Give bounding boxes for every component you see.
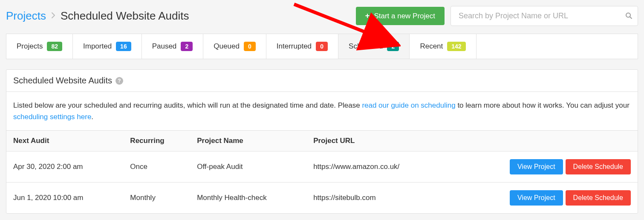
col-project-name: Project Name — [190, 131, 306, 151]
table-row: Apr 30, 2020 2:00 amOnceOff-peak Auditht… — [6, 151, 638, 183]
col-actions — [446, 131, 638, 151]
search-input[interactable] — [451, 6, 638, 26]
cell-project-name: Off-peak Audit — [190, 151, 306, 183]
tab-count-badge: 0 — [316, 42, 328, 51]
tab-count-badge: 142 — [447, 42, 465, 51]
scheduled-audits-panel: Scheduled Website Audits ? Listed below … — [6, 69, 638, 214]
desc-text: . — [91, 113, 93, 121]
tab-queued[interactable]: Queued0 — [203, 34, 266, 59]
desc-text: Listed below are your scheduled and recu… — [13, 101, 362, 109]
plus-icon: + — [365, 11, 370, 20]
cell-recurring: Once — [123, 151, 190, 183]
cell-actions: View ProjectDelete Schedule — [446, 183, 638, 214]
tab-count-badge: 2 — [387, 42, 399, 51]
tab-filler — [477, 34, 638, 59]
tab-label: Interrupted — [277, 42, 312, 51]
guide-link[interactable]: read our guide on scheduling — [362, 101, 455, 109]
tab-count-badge: 82 — [47, 42, 62, 51]
tab-label: Imported — [83, 42, 112, 51]
tab-count-badge: 2 — [181, 42, 193, 51]
delete-schedule-button[interactable]: Delete Schedule — [566, 190, 631, 206]
chevron-right-icon — [51, 12, 55, 20]
tab-scheduled[interactable]: Scheduled2 — [338, 34, 410, 59]
table-row: Jun 1, 2020 10:00 amMonthlyMonthly Healt… — [6, 183, 638, 214]
tab-label: Paused — [152, 42, 177, 51]
desc-text: to learn more about how it works. You ca… — [456, 101, 630, 109]
tab-label: Projects — [17, 42, 43, 51]
breadcrumb: Projects Scheduled Website Audits — [6, 9, 356, 23]
col-next-audit: Next Audit — [6, 131, 123, 151]
col-project-url: Project URL — [306, 131, 446, 151]
breadcrumb-root-link[interactable]: Projects — [6, 9, 46, 23]
cell-project-name: Monthly Health-check — [190, 183, 306, 214]
tab-count-badge: 0 — [244, 42, 256, 51]
tab-label: Recent — [420, 42, 443, 51]
tab-imported[interactable]: Imported16 — [73, 34, 142, 59]
svg-line-1 — [630, 17, 632, 18]
page-title: Scheduled Website Audits — [61, 9, 189, 23]
col-recurring: Recurring — [123, 131, 190, 151]
help-icon[interactable]: ? — [116, 77, 123, 85]
view-project-button[interactable]: View Project — [510, 190, 563, 206]
tabs-bar: Projects82Imported16Paused2Queued0Interr… — [6, 34, 638, 59]
cell-next-audit: Jun 1, 2020 10:00 am — [6, 183, 123, 214]
cell-actions: View ProjectDelete Schedule — [446, 151, 638, 183]
start-new-project-label: Start a new Project — [374, 12, 435, 20]
cell-project-url: https://sitebulb.com — [306, 183, 446, 214]
tab-recent[interactable]: Recent142 — [410, 34, 476, 59]
view-project-button[interactable]: View Project — [510, 159, 563, 174]
start-new-project-button[interactable]: + Start a new Project — [356, 7, 445, 25]
delete-schedule-button[interactable]: Delete Schedule — [566, 159, 631, 174]
schedule-table: Next Audit Recurring Project Name Projec… — [6, 131, 638, 213]
panel-title: Scheduled Website Audits ? — [6, 70, 638, 92]
tab-paused[interactable]: Paused2 — [142, 34, 204, 59]
cell-project-url: https://www.amazon.co.uk/ — [306, 151, 446, 183]
panel-title-text: Scheduled Website Audits — [13, 76, 112, 86]
search-icon[interactable] — [625, 12, 632, 20]
tab-projects[interactable]: Projects82 — [6, 34, 73, 59]
cell-recurring: Monthly — [123, 183, 190, 214]
tab-label: Queued — [214, 42, 240, 51]
settings-link[interactable]: scheduling settings here — [13, 113, 91, 121]
cell-next-audit: Apr 30, 2020 2:00 am — [6, 151, 123, 183]
tab-interrupted[interactable]: Interrupted0 — [266, 34, 338, 59]
tab-count-badge: 16 — [116, 42, 131, 51]
panel-description: Listed below are your scheduled and recu… — [6, 92, 638, 131]
tab-label: Scheduled — [349, 42, 383, 51]
